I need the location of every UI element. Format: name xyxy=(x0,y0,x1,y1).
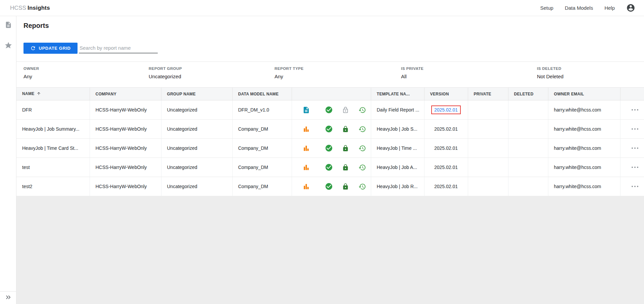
top-bar: HCSSInsights Setup Data Models Help xyxy=(0,0,644,16)
column-header-data-model-name[interactable]: DATA MODEL NAME xyxy=(232,88,292,100)
history-icon[interactable] xyxy=(358,163,366,171)
cell-template-name: HeavyJob | Job S... xyxy=(371,120,424,139)
cell-name[interactable]: HeavyJob | Time Card St... xyxy=(16,139,90,158)
top-nav: Setup Data Models Help xyxy=(540,3,644,12)
double-chevron-right-icon xyxy=(4,294,12,302)
bar-chart-icon xyxy=(302,163,310,171)
left-sidebar xyxy=(0,16,16,304)
table-row[interactable]: HeavyJob | Time Card St... HCSS-HarryW-W… xyxy=(16,139,644,158)
filter-is-private[interactable]: IS PRIVATE All xyxy=(401,67,424,79)
cell-deleted xyxy=(508,120,548,139)
cell-version[interactable]: 2025.02.01 xyxy=(424,177,468,196)
table-row[interactable]: test2 HCSS-HarryW-WebOnly Uncategorized … xyxy=(16,177,644,196)
cell-version[interactable]: 2025.02.01 xyxy=(424,120,468,139)
cell-version[interactable]: 2025.02.01 xyxy=(424,100,468,120)
cell-data-model-name: DFR_DM_v1.0 xyxy=(232,100,292,120)
cell-version[interactable]: 2025.02.01 xyxy=(424,139,468,158)
nav-item-help[interactable]: Help xyxy=(604,5,615,11)
filter-value: Any xyxy=(275,74,304,79)
column-header-private[interactable]: PRIVATE xyxy=(468,88,508,100)
cell-deleted xyxy=(508,158,548,177)
column-header-template-name[interactable]: TEMPLATE NA... xyxy=(371,88,424,100)
lock-closed-green-icon xyxy=(342,144,350,152)
cell-data-model-name: Company_DM xyxy=(232,120,292,139)
history-icon[interactable] xyxy=(358,106,366,114)
filter-owner[interactable]: OWNER Any xyxy=(23,67,39,79)
column-header-version[interactable]: VERSION xyxy=(424,88,468,100)
row-actions-menu-icon[interactable] xyxy=(626,167,644,168)
lock-closed-green-icon xyxy=(342,182,350,190)
column-header-name[interactable]: NAME xyxy=(16,88,90,100)
column-header-company[interactable]: COMPANY xyxy=(90,88,161,100)
account-circle-icon[interactable] xyxy=(626,3,635,12)
page-title: Reports xyxy=(23,22,49,30)
grid-header-row: NAME COMPANY GROUP NAME DATA MODEL NAME … xyxy=(16,88,644,100)
version-highlight-box[interactable]: 2025.02.01 xyxy=(431,105,461,114)
filter-label: REPORT GROUP xyxy=(149,67,182,71)
sidebar-collapse-button[interactable] xyxy=(0,291,16,304)
cell-actions xyxy=(620,139,644,158)
cell-name[interactable]: HeavyJob | Job Summary... xyxy=(16,120,90,139)
cell-name[interactable]: test2 xyxy=(16,177,90,196)
document-report-icon xyxy=(302,106,310,114)
search-input[interactable] xyxy=(79,44,158,53)
cell-version[interactable]: 2025.02.01 xyxy=(424,158,468,177)
history-icon[interactable] xyxy=(358,125,366,133)
cell-status-icons xyxy=(292,100,371,120)
bar-chart-icon xyxy=(302,144,310,152)
filter-report-group[interactable]: REPORT GROUP Uncategorized xyxy=(149,67,182,79)
cell-template-name: HeavyJob | Job R... xyxy=(371,177,424,196)
update-grid-button[interactable]: UPDATE GRID xyxy=(23,43,78,54)
cell-name[interactable]: test xyxy=(16,158,90,177)
cell-deleted xyxy=(508,139,548,158)
row-actions-menu-icon[interactable] xyxy=(626,186,644,187)
filter-label: OWNER xyxy=(23,67,39,71)
reports-document-icon xyxy=(5,21,12,30)
column-header-owner-email[interactable]: OWNER EMAIL xyxy=(548,88,620,100)
filter-label: IS DELETED xyxy=(537,67,563,71)
app-logo: HCSSInsights xyxy=(10,5,50,11)
report-search xyxy=(79,44,158,53)
cell-group-name: Uncategorized xyxy=(161,139,232,158)
table-row[interactable]: DFR HCSS-HarryW-WebOnly Uncategorized DF… xyxy=(16,100,644,120)
cell-template-name: HeavyJob | Time ... xyxy=(371,139,424,158)
filter-is-deleted[interactable]: IS DELETED Not Deleted xyxy=(537,67,563,79)
cell-company: HCSS-HarryW-WebOnly xyxy=(90,100,161,120)
filter-value: Any xyxy=(23,74,39,79)
table-row[interactable]: HeavyJob | Job Summary... HCSS-HarryW-We… xyxy=(16,120,644,139)
cell-data-model-name: Company_DM xyxy=(232,158,292,177)
table-row[interactable]: test HCSS-HarryW-WebOnly Uncategorized C… xyxy=(16,158,644,177)
cell-company: HCSS-HarryW-WebOnly xyxy=(90,177,161,196)
cell-private xyxy=(468,120,508,139)
brand-suffix: Insights xyxy=(28,5,50,11)
column-header-group-name[interactable]: GROUP NAME xyxy=(161,88,232,100)
cell-owner-email: harry.white@hcss.com xyxy=(548,177,620,196)
row-actions-menu-icon[interactable] xyxy=(626,128,644,130)
cell-actions xyxy=(620,158,644,177)
cell-name[interactable]: DFR xyxy=(16,100,90,120)
brand-prefix: HCSS xyxy=(10,5,26,11)
filter-value: Uncategorized xyxy=(149,74,182,79)
sidebar-item-favorites[interactable] xyxy=(0,41,16,51)
filter-report-type[interactable]: REPORT TYPE Any xyxy=(275,67,304,79)
row-actions-menu-icon[interactable] xyxy=(626,109,644,111)
cell-owner-email: harry.white@hcss.com xyxy=(548,158,620,177)
favorites-star-icon xyxy=(4,41,12,51)
column-header-deleted[interactable]: DELETED xyxy=(508,88,548,100)
lock-open-gray-icon xyxy=(342,106,350,114)
history-icon[interactable] xyxy=(358,182,366,190)
cell-status-icons xyxy=(292,158,371,177)
history-icon[interactable] xyxy=(358,144,366,152)
cell-group-name: Uncategorized xyxy=(161,177,232,196)
filter-value: Not Deleted xyxy=(537,74,563,79)
check-circle-icon xyxy=(325,144,333,152)
cell-status-icons xyxy=(292,139,371,158)
column-header-actions xyxy=(620,88,644,100)
cell-template-name: HeavyJob | Job A... xyxy=(371,158,424,177)
row-actions-menu-icon[interactable] xyxy=(626,147,644,149)
cell-private xyxy=(468,158,508,177)
nav-item-setup[interactable]: Setup xyxy=(540,5,553,11)
nav-item-data-models[interactable]: Data Models xyxy=(565,5,593,11)
cell-company: HCSS-HarryW-WebOnly xyxy=(90,120,161,139)
sidebar-item-reports[interactable] xyxy=(0,21,16,30)
